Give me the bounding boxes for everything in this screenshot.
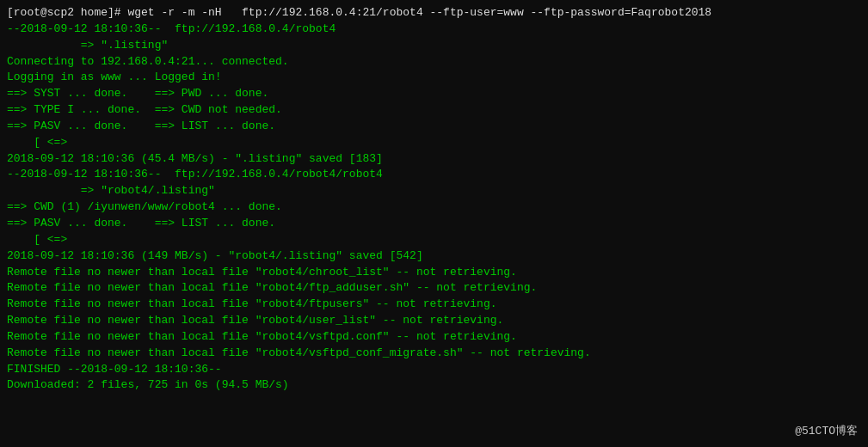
terminal-line: Remote file no newer than local file "ro… [7, 280, 861, 297]
terminal-line: 2018-09-12 18:10:36 (45.4 MB/s) - ".list… [7, 151, 861, 168]
terminal-line: [ <=> [7, 135, 861, 151]
terminal-line: ==> TYPE I ... done. ==> CWD not needed. [7, 102, 861, 119]
terminal-line: Downloaded: 2 files, 725 in 0s (94.5 MB/… [7, 377, 861, 394]
terminal-line: Connecting to 192.168.0.4:21... connecte… [7, 54, 861, 70]
terminal-line: [root@scp2 home]# wget -r -m -nH ftp://1… [7, 5, 861, 21]
terminal-line: Remote file no newer than local file "ro… [7, 329, 861, 346]
terminal-line: => ".listing" [7, 38, 861, 54]
terminal-line: Remote file no newer than local file "ro… [7, 313, 861, 329]
terminal-line: ==> CWD (1) /iyunwen/www/robot4 ... done… [7, 199, 861, 216]
terminal-line: Remote file no newer than local file "ro… [7, 265, 861, 281]
terminal-line: Remote file no newer than local file "ro… [7, 297, 861, 313]
terminal-line: FINISHED --2018-09-12 18:10:36-- [7, 362, 861, 378]
terminal-line: Remote file no newer than local file "ro… [7, 346, 861, 362]
terminal-line: Logging in as www ... Logged in! [7, 70, 861, 86]
terminal-line: --2018-09-12 18:10:36-- ftp://192.168.0.… [7, 167, 861, 183]
watermark: @51CTO博客 [795, 424, 858, 440]
terminal-line: ==> PASV ... done. ==> LIST ... done. [7, 216, 861, 232]
terminal-line: ==> PASV ... done. ==> LIST ... done. [7, 119, 861, 135]
terminal-content: [root@scp2 home]# wget -r -m -nH ftp://1… [7, 5, 861, 394]
terminal-line: => "robot4/.listing" [7, 183, 861, 199]
terminal-line: 2018-09-12 18:10:36 (149 MB/s) - "robot4… [7, 248, 861, 265]
terminal-line: ==> SYST ... done. ==> PWD ... done. [7, 86, 861, 102]
terminal-line: --2018-09-12 18:10:36-- ftp://192.168.0.… [7, 21, 861, 38]
terminal-window: [root@scp2 home]# wget -r -m -nH ftp://1… [0, 0, 868, 447]
terminal-line: [ <=> [7, 232, 861, 248]
